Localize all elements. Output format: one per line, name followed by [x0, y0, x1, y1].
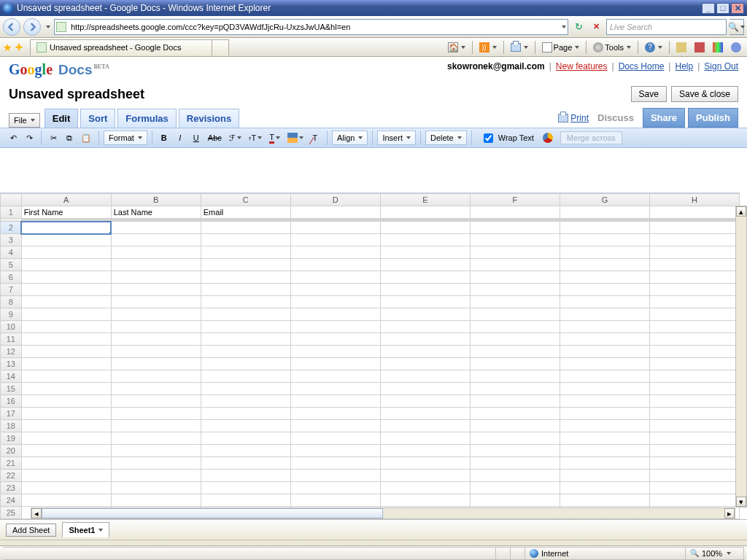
cell[interactable]: [380, 246, 470, 259]
cell[interactable]: [201, 470, 290, 482]
cell[interactable]: [470, 408, 560, 420]
text-color-button[interactable]: T: [266, 131, 283, 145]
cell[interactable]: [470, 432, 560, 445]
cell[interactable]: [201, 457, 290, 470]
row-header[interactable]: 15: [1, 383, 22, 395]
fill-color-button[interactable]: [285, 131, 306, 145]
cell[interactable]: [201, 432, 290, 445]
cell[interactable]: [470, 206, 560, 219]
cell[interactable]: [21, 482, 111, 494]
search-box[interactable]: Live Search: [606, 19, 727, 35]
cell[interactable]: [201, 259, 290, 271]
cell[interactable]: [649, 234, 739, 246]
cell[interactable]: [649, 321, 739, 333]
bold-button[interactable]: B: [157, 131, 171, 145]
new-features-link[interactable]: New features: [556, 61, 608, 71]
cell[interactable]: [21, 370, 111, 383]
delete-dropdown[interactable]: Delete: [425, 131, 467, 145]
cell[interactable]: [649, 432, 739, 445]
cell[interactable]: [21, 296, 111, 308]
cell[interactable]: [649, 308, 739, 321]
home-button[interactable]: 🏠: [445, 40, 468, 55]
cell[interactable]: [560, 333, 649, 346]
row-header[interactable]: 12: [1, 346, 22, 358]
paste-button[interactable]: 📋: [78, 131, 94, 145]
ext-button-2[interactable]: [692, 40, 708, 55]
cell[interactable]: [201, 308, 290, 321]
scroll-up-button[interactable]: ▴: [736, 206, 746, 217]
cell[interactable]: [380, 395, 470, 408]
ext-button-4[interactable]: [728, 40, 744, 55]
cell[interactable]: [21, 420, 111, 432]
cell[interactable]: [21, 308, 111, 321]
cell[interactable]: [560, 482, 649, 494]
cell[interactable]: [470, 383, 560, 395]
cell[interactable]: [649, 246, 739, 259]
scroll-right-button[interactable]: ▸: [724, 508, 735, 518]
url-input[interactable]: [69, 20, 557, 34]
cell[interactable]: [290, 432, 380, 445]
share-button[interactable]: Share: [643, 108, 685, 128]
cell[interactable]: [290, 470, 380, 482]
cell[interactable]: [201, 234, 290, 246]
cell[interactable]: [470, 284, 560, 296]
cell[interactable]: [201, 370, 290, 383]
cell[interactable]: [290, 308, 380, 321]
cell[interactable]: [560, 271, 649, 284]
cell[interactable]: [201, 246, 290, 259]
cell[interactable]: [649, 395, 739, 408]
row-header[interactable]: 21: [1, 457, 22, 470]
cell[interactable]: [470, 482, 560, 494]
row-header[interactable]: 3: [1, 234, 22, 246]
chart-button[interactable]: [540, 131, 556, 145]
cell[interactable]: [290, 494, 380, 507]
cell[interactable]: [111, 358, 201, 370]
cell[interactable]: [201, 494, 290, 507]
cell[interactable]: [290, 420, 380, 432]
save-button[interactable]: Save: [631, 86, 667, 102]
cell[interactable]: [290, 383, 380, 395]
cell[interactable]: [649, 482, 739, 494]
cell[interactable]: [111, 395, 201, 408]
cut-button[interactable]: ✂: [46, 131, 61, 145]
row-header[interactable]: 14: [1, 370, 22, 383]
cell[interactable]: [470, 321, 560, 333]
cell[interactable]: [290, 358, 380, 370]
cell[interactable]: [560, 346, 649, 358]
column-header[interactable]: F: [470, 194, 560, 206]
forward-button[interactable]: [23, 18, 41, 36]
row-header[interactable]: 18: [1, 420, 22, 432]
cell[interactable]: [21, 445, 111, 457]
cell[interactable]: [201, 358, 290, 370]
scroll-down-button[interactable]: ▾: [736, 497, 746, 507]
cell[interactable]: [111, 296, 201, 308]
ext-button-1[interactable]: [673, 40, 689, 55]
font-size-button[interactable]: тT: [246, 131, 265, 145]
strikethrough-button[interactable]: Abc: [205, 131, 225, 145]
cell[interactable]: [201, 395, 290, 408]
cell[interactable]: [21, 470, 111, 482]
cell[interactable]: [470, 457, 560, 470]
cell[interactable]: [649, 494, 739, 507]
cell[interactable]: [290, 457, 380, 470]
print-button[interactable]: [508, 40, 531, 55]
cell[interactable]: [649, 206, 739, 219]
spreadsheet-grid[interactable]: ABCDEFGH1First NameLast NameEmail2345678…: [0, 192, 740, 508]
add-favorites-icon[interactable]: ✚: [15, 42, 23, 52]
cell[interactable]: [111, 308, 201, 321]
cell[interactable]: [380, 308, 470, 321]
wrap-text-toggle[interactable]: Wrap Text: [481, 131, 534, 145]
cell[interactable]: [560, 222, 649, 234]
cell[interactable]: [560, 206, 649, 219]
cell[interactable]: [649, 408, 739, 420]
vertical-scrollbar[interactable]: ▴ ▾: [735, 206, 747, 508]
cell[interactable]: [290, 284, 380, 296]
print-link[interactable]: Print: [558, 113, 589, 123]
docs-home-link[interactable]: Docs Home: [619, 61, 665, 71]
cell[interactable]: [21, 271, 111, 284]
horizontal-scrollbar[interactable]: ◂ ▸: [31, 508, 735, 519]
tools-menu[interactable]: Tools: [590, 40, 634, 55]
file-menu[interactable]: File: [9, 113, 40, 128]
cell[interactable]: [21, 346, 111, 358]
cell[interactable]: [649, 333, 739, 346]
